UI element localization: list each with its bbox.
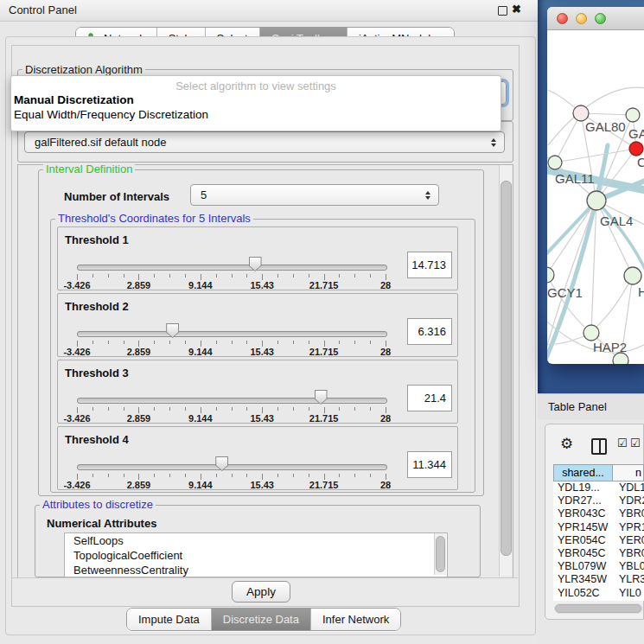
- table-row[interactable]: YPR145WYPR1: [553, 521, 644, 534]
- network-node[interactable]: [547, 267, 554, 283]
- gear-icon[interactable]: ⚙: [560, 435, 573, 453]
- column-header-n[interactable]: n: [612, 464, 644, 481]
- table-data-value: galFiltered.sif default node: [35, 136, 166, 149]
- slider-ticks: -3.4262.8599.14415.4321.71528: [58, 294, 457, 356]
- bottom-tab-bar: Impute DataDiscretize DataInfer Network: [126, 608, 401, 631]
- combo-stepper-icon: [491, 138, 496, 147]
- table-cell: YPR1: [615, 521, 644, 534]
- network-node[interactable]: [613, 353, 628, 364]
- num-intervals-combobox[interactable]: 5: [190, 184, 439, 206]
- interval-group-title: Interval Definition: [43, 163, 135, 175]
- thresholds-group-title: Threshold's Coordinates for 5 Intervals: [55, 213, 253, 225]
- tab-infer-network-label: Infer Network: [322, 613, 389, 626]
- tab-impute-data-label: Impute Data: [138, 613, 200, 626]
- column-header-shared[interactable]: shared...: [553, 464, 613, 481]
- minimize-traffic-light-icon[interactable]: [576, 13, 587, 24]
- threshold-panel: Threshold 4 -3.4262.8599.14415.4321.7152…: [57, 426, 458, 490]
- table-row[interactable]: YBL079WYBL0: [553, 560, 644, 573]
- tab-infer-network[interactable]: Infer Network: [311, 609, 400, 630]
- threshold-panel: Threshold 2 -3.4262.8599.14415.4321.7152…: [57, 293, 458, 357]
- list-item[interactable]: TopologicalCoefficient: [65, 548, 447, 563]
- table-row[interactable]: YLR345WYLR3: [553, 573, 644, 586]
- threshold-panel: Threshold 1 -3.4262.8599.14415.4321.7152…: [57, 226, 458, 290]
- table-cell: YER054C: [553, 534, 615, 547]
- tab-discretize-data[interactable]: Discretize Data: [212, 609, 311, 630]
- node-label: GAL11: [555, 171, 595, 186]
- node-label: GAL80: [585, 119, 626, 134]
- table-cell: YDL19...: [553, 481, 615, 494]
- node-label: H: [638, 284, 644, 299]
- table-cell: YBR043C: [553, 507, 615, 520]
- table-row[interactable]: YBR045CYBR0: [553, 547, 644, 560]
- algorithm-hint: Select algorithm to view settings: [11, 80, 501, 92]
- network-node[interactable]: [624, 267, 641, 284]
- column-layout-icon[interactable]: [591, 438, 607, 455]
- control-panel-title: Control Panel: [9, 3, 77, 16]
- table-row[interactable]: YBR043CYBR0: [553, 507, 644, 520]
- table-row[interactable]: YER054CYER0: [553, 534, 644, 547]
- menu-item-manual-discretization[interactable]: Manual Discretization: [14, 93, 498, 108]
- table-cell: YER0: [615, 534, 644, 547]
- network-canvas[interactable]: GAL80GACGAL11GAL4GCY1HHAP2: [547, 29, 644, 364]
- table-row[interactable]: YDL19...YDL1: [553, 481, 644, 494]
- table-cell: YBL079W: [553, 560, 615, 573]
- table-panel-title: Table Panel: [548, 400, 607, 413]
- network-node[interactable]: [548, 156, 562, 169]
- algorithm-dropdown-popup: Select algorithm to view settings Manual…: [10, 75, 501, 131]
- table-panel-titlebar: Table Panel: [538, 393, 644, 421]
- network-node[interactable]: [583, 325, 599, 341]
- attribute-list: SelfLoopsTopologicalCoefficientBetweenne…: [64, 532, 448, 577]
- table-horizontal-scrollbar-thumb[interactable]: [555, 604, 641, 613]
- close-icon[interactable]: ✖: [512, 3, 521, 16]
- table-cell: YLR345W: [553, 573, 615, 586]
- table-cell: YLR3: [615, 573, 644, 586]
- threshold-value-field[interactable]: 21.4: [407, 385, 452, 411]
- tab-discretize-data-label: Discretize Data: [223, 613, 299, 626]
- combo-stepper-icon: [425, 191, 430, 200]
- list-item[interactable]: SelfLoops: [65, 533, 447, 548]
- node-label: C: [637, 155, 644, 169]
- threshold-value-field[interactable]: 14.713: [407, 252, 452, 278]
- table-cell: YDR2: [615, 494, 644, 507]
- app-root: Control Panel ✖ NetworkStyleSelectCyni T…: [0, 0, 644, 644]
- close-traffic-light-icon[interactable]: [557, 13, 568, 24]
- num-intervals-value: 5: [201, 188, 207, 201]
- list-item[interactable]: BetweennessCentrality: [65, 563, 447, 577]
- table-cell: YBR0: [615, 547, 644, 560]
- algorithm-group-title: Discretization Algorithm: [22, 64, 145, 76]
- threshold-value-field[interactable]: 6.316: [407, 318, 452, 345]
- tab-impute-data[interactable]: Impute Data: [127, 609, 212, 630]
- attribute-list-scrollbar[interactable]: [434, 533, 446, 575]
- threshold-panel: Threshold 3 -3.4262.8599.14415.4321.7152…: [57, 360, 458, 424]
- float-window-icon[interactable]: [498, 6, 507, 16]
- threshold-value-field[interactable]: 11.344: [407, 451, 452, 478]
- table-cell: YIL0: [615, 587, 644, 600]
- num-intervals-label: Number of Intervals: [64, 190, 169, 203]
- network-node[interactable]: [629, 142, 643, 156]
- checkbox-icon[interactable]: ☑: [630, 437, 641, 450]
- table-cell: YDL1: [615, 481, 644, 494]
- network-window-titlebar[interactable]: [547, 7, 644, 30]
- checkbox-icon[interactable]: ☑: [617, 437, 628, 450]
- node-label: GA: [628, 126, 644, 141]
- table-horizontal-scrollbar[interactable]: [554, 603, 643, 614]
- apply-button[interactable]: Apply: [232, 581, 290, 603]
- table-data-combobox[interactable]: galFiltered.sif default node: [24, 131, 505, 153]
- attributes-group-title: Attributes to discretize: [40, 499, 156, 511]
- menu-item-equal-width-frequency[interactable]: Equal Width/Frequency Discretization: [14, 108, 498, 123]
- table-row[interactable]: YIL052CYIL0: [553, 587, 644, 600]
- table-cell: YPR145W: [553, 521, 615, 534]
- network-node[interactable]: [626, 108, 640, 122]
- table-cell: YBL0: [615, 560, 644, 573]
- attribute-list-scrollbar-thumb[interactable]: [436, 536, 445, 572]
- main-scrollbar-thumb[interactable]: [501, 181, 512, 556]
- zoom-traffic-light-icon[interactable]: [595, 13, 606, 24]
- table-body: YDL19...YDL1YDR27...YDR2YBR043CYBR0YPR14…: [553, 481, 644, 601]
- table-cell: YBR045C: [553, 547, 615, 560]
- table-row[interactable]: YDR27...YDR2: [553, 494, 644, 507]
- table-cell: YDR27...: [553, 494, 615, 507]
- table-cell: YBR0: [615, 507, 644, 520]
- slider-ticks: -3.4262.8599.14415.4321.71528: [58, 360, 457, 423]
- network-node[interactable]: [587, 191, 606, 210]
- main-scrollbar[interactable]: [499, 165, 512, 576]
